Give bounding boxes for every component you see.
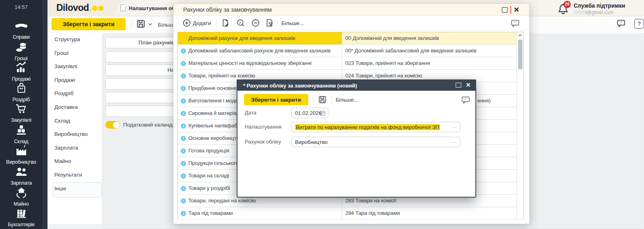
account-cell[interactable]: 284 Тара під товарами — [342, 207, 516, 219]
sidebar-item-1[interactable]: Справи — [0, 19, 42, 40]
divider — [131, 20, 132, 28]
sidebar-item-4[interactable]: Роздріб — [0, 82, 42, 103]
document-tab-icon — [120, 4, 126, 11]
sidebar-item-8[interactable]: Зарплата — [0, 165, 42, 186]
pallet-icon — [15, 124, 28, 137]
edit-document-icon[interactable] — [221, 19, 230, 27]
divider — [277, 19, 278, 27]
new-record-dialog: * Рахунки обліку за замовчуванням (новий… — [237, 79, 476, 198]
books-icon — [15, 207, 28, 220]
app-logo[interactable]: Dilovod, — [56, 2, 103, 13]
sidebar-item-10[interactable]: Бухгалтерія — [0, 207, 42, 228]
tab-Інше[interactable]: Інше — [54, 185, 99, 194]
tab-Виробництво[interactable]: Виробництво — [54, 131, 99, 140]
account-cell-fragment: ення) — [477, 98, 491, 104]
add-button[interactable]: Додати — [193, 20, 211, 26]
sidebar-item-5[interactable]: Закупівлі — [0, 102, 42, 123]
field-value: 01.02.2026 — [295, 110, 322, 116]
subdialog-save-close-button[interactable]: Зберегти і закрити — [244, 94, 308, 105]
remove-icon[interactable] — [251, 19, 260, 27]
cart-icon — [15, 102, 28, 115]
field-label-3: Рахунок обліку — [245, 139, 281, 145]
scrollbar-thumb[interactable] — [518, 40, 522, 69]
dialog-maximize-button[interactable] — [502, 7, 508, 12]
setting-name-cell[interactable]: Матеріальні цінності на відповідальному … — [178, 57, 342, 69]
tab-Майно[interactable]: Майно — [54, 158, 99, 167]
table-row[interactable]: iДопоміжний забалансовий рахунок для вве… — [178, 45, 523, 57]
save-and-close-button[interactable]: Зберегти і закрити — [52, 18, 126, 30]
dialog-more-button[interactable]: Більше... — [281, 20, 304, 26]
sidebar-item-label: Продажі — [12, 76, 31, 82]
tax-calendar-label: Податковий календар — [123, 122, 178, 128]
shopping-bag-icon — [15, 82, 28, 95]
sidebar-item-7[interactable]: Виробництво — [0, 144, 42, 165]
subdialog-more-button[interactable]: Більше... — [336, 97, 358, 103]
factory-icon — [15, 144, 28, 157]
divider — [216, 19, 217, 27]
clock: 14:57 — [0, 4, 42, 10]
chevron-down-icon[interactable] — [147, 21, 153, 27]
add-icon[interactable] — [182, 19, 191, 27]
table-scrollbar[interactable] — [516, 32, 523, 219]
svg-text:A: A — [239, 21, 242, 25]
people-icon — [15, 165, 28, 178]
sidebar-edge-strip — [42, 0, 47, 229]
tab-Роздріб[interactable]: Роздріб — [54, 90, 99, 99]
setting-name-cell[interactable]: Допоміжний рахунок для введення залишків — [178, 32, 342, 44]
lookup-field-3[interactable]: Виробництво... — [291, 137, 460, 147]
titlebar-red-divider — [510, 6, 511, 14]
setting-name-cell[interactable]: Допоміжний забалансовий рахунок для введ… — [178, 45, 342, 57]
lookup-ellipsis-button[interactable]: ... — [451, 138, 456, 144]
tab-Продажі[interactable]: Продажі — [54, 77, 99, 86]
tab-Закупівлі[interactable]: Закупівлі — [54, 63, 99, 72]
lookup-field-2[interactable]: Витрати по нарахуванню податків на фонд … — [291, 122, 460, 132]
comments-icon[interactable] — [511, 20, 520, 27]
tax-calendar-toggle[interactable] — [105, 121, 120, 129]
scroll-up-icon[interactable] — [517, 32, 524, 39]
lookup-ellipsis-button[interactable]: ... — [451, 123, 456, 129]
support-email-redacted: ••••••• — [574, 10, 585, 15]
save-icon[interactable] — [136, 19, 146, 29]
search-icon[interactable]: A — [236, 19, 245, 27]
house-hands-icon — [15, 186, 28, 199]
chat-icon[interactable] — [617, 20, 625, 27]
tab-Результати[interactable]: Результати — [54, 172, 99, 181]
tab-Склад[interactable]: Склад — [54, 118, 99, 127]
sidebar-item-label: Гроші — [15, 56, 28, 61]
divider — [332, 96, 332, 104]
setting-name-cell[interactable]: Тара під товарами — [178, 207, 342, 219]
dialog-close-button[interactable]: ✕ — [514, 6, 519, 13]
sidebar-item-9[interactable]: Майно — [0, 186, 42, 207]
save-icon[interactable] — [318, 95, 327, 104]
support-title[interactable]: Служба підтримки — [574, 2, 642, 9]
date-field[interactable]: 01.02.2026 — [291, 108, 328, 118]
calendar-icon[interactable] — [320, 110, 326, 116]
account-cell[interactable]: 023 Товари, прийняті на зберігання — [342, 57, 516, 69]
table-row[interactable]: iТара під товарами284 Тара під товарами — [178, 207, 523, 220]
table-row[interactable]: iДопоміжний рахунок для введення залишкі… — [178, 32, 523, 45]
help-button[interactable]: ? — [634, 19, 644, 29]
field-label-2: Налаштування — [245, 124, 281, 130]
subdialog-maximize-button[interactable] — [456, 83, 461, 87]
support-email: •••••••l@gmail.com — [574, 10, 613, 15]
tab-Доставка[interactable]: Доставка — [54, 104, 99, 113]
sidebar-item-label: Зарплата — [10, 180, 32, 186]
sidebar-item-6[interactable]: Склад — [0, 124, 42, 145]
tab-Зарплата[interactable]: Зарплата — [54, 145, 99, 154]
tab-Гроші[interactable]: Гроші — [54, 50, 99, 59]
filter-document-icon[interactable] — [265, 19, 274, 27]
sidebar-item-3[interactable]: Продажі — [0, 61, 42, 82]
divider — [313, 96, 314, 104]
comments-icon[interactable] — [461, 96, 470, 104]
logo-dot — [98, 6, 103, 11]
sidebar-item-2[interactable]: Гроші — [0, 41, 42, 62]
account-cell[interactable]: 00* Допоміжний забалансовий для введення… — [342, 45, 516, 57]
field-label-1: Дата — [245, 110, 256, 116]
account-cell[interactable]: 00 Допоміжний для введення залишків — [342, 32, 516, 44]
tab-Структура[interactable]: Структура — [54, 36, 99, 45]
subdialog-close-button[interactable]: ✕ — [466, 82, 471, 88]
dialog-title: Рахунки обліку за замовчуванням — [183, 6, 272, 13]
table-row[interactable]: iМатеріальні цінності на відповідальному… — [178, 57, 523, 70]
sidebar-item-label: Майно — [14, 201, 29, 207]
sidebar-item-label: Бухгалтерія — [8, 222, 35, 227]
